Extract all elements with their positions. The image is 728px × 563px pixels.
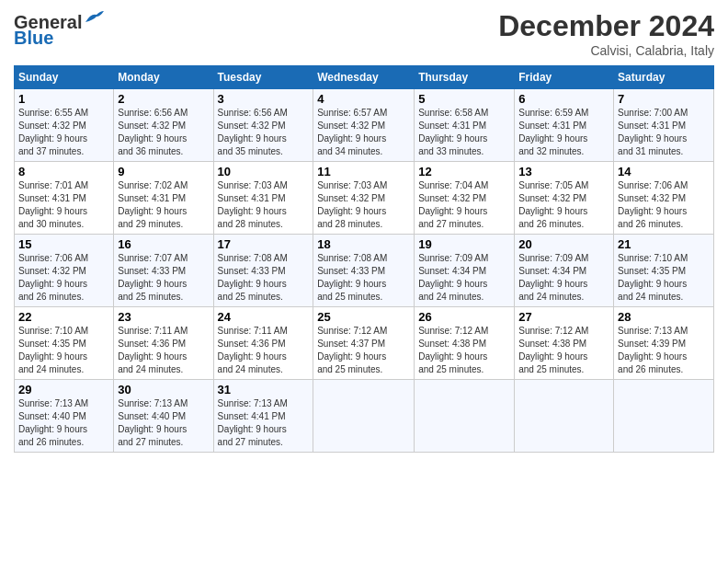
calendar-cell: 15Sunrise: 7:06 AM Sunset: 4:32 PM Dayli… — [15, 235, 114, 307]
day-info: Sunrise: 6:57 AM Sunset: 4:32 PM Dayligh… — [317, 107, 410, 158]
day-info: Sunrise: 6:59 AM Sunset: 4:31 PM Dayligh… — [518, 107, 609, 158]
day-info: Sunrise: 7:10 AM Sunset: 4:35 PM Dayligh… — [618, 252, 710, 304]
calendar-cell: 4Sunrise: 6:57 AM Sunset: 4:32 PM Daylig… — [313, 89, 415, 162]
day-info: Sunrise: 7:02 AM Sunset: 4:31 PM Dayligh… — [118, 179, 209, 231]
calendar-cell: 11Sunrise: 7:03 AM Sunset: 4:32 PM Dayli… — [313, 162, 415, 235]
calendar-week-row: 8Sunrise: 7:01 AM Sunset: 4:31 PM Daylig… — [15, 162, 714, 235]
day-info: Sunrise: 7:11 AM Sunset: 4:36 PM Dayligh… — [118, 325, 209, 376]
day-number: 7 — [618, 92, 710, 106]
calendar-cell: 10Sunrise: 7:03 AM Sunset: 4:31 PM Dayli… — [213, 162, 313, 235]
location-subtitle: Calvisi, Calabria, Italy — [498, 43, 714, 58]
day-number: 10 — [218, 165, 310, 178]
calendar-cell: 13Sunrise: 7:05 AM Sunset: 4:32 PM Dayli… — [515, 162, 614, 235]
day-info: Sunrise: 7:05 AM Sunset: 4:32 PM Dayligh… — [518, 179, 609, 231]
calendar-cell: 26Sunrise: 7:12 AM Sunset: 4:38 PM Dayli… — [415, 307, 515, 380]
month-title: December 2024 — [498, 9, 714, 43]
day-info: Sunrise: 7:06 AM Sunset: 4:32 PM Dayligh… — [18, 252, 109, 304]
day-number: 9 — [118, 165, 209, 178]
day-info: Sunrise: 7:13 AM Sunset: 4:40 PM Dayligh… — [18, 397, 109, 449]
day-info: Sunrise: 7:04 AM Sunset: 4:32 PM Dayligh… — [418, 179, 510, 231]
day-info: Sunrise: 7:11 AM Sunset: 4:36 PM Dayligh… — [218, 325, 310, 376]
calendar-cell: 29Sunrise: 7:13 AM Sunset: 4:40 PM Dayli… — [15, 380, 114, 453]
calendar-cell: 27Sunrise: 7:12 AM Sunset: 4:38 PM Dayli… — [515, 307, 614, 380]
day-info: Sunrise: 7:08 AM Sunset: 4:33 PM Dayligh… — [218, 252, 310, 304]
calendar-body: 1Sunrise: 6:55 AM Sunset: 4:32 PM Daylig… — [15, 89, 714, 453]
day-info: Sunrise: 6:56 AM Sunset: 4:32 PM Dayligh… — [118, 107, 209, 158]
day-number: 6 — [518, 92, 609, 106]
day-number: 26 — [418, 310, 510, 324]
day-number: 22 — [18, 310, 109, 324]
day-number: 21 — [618, 237, 710, 251]
day-number: 19 — [418, 237, 510, 251]
logo-blue: Blue — [14, 28, 53, 49]
day-info: Sunrise: 7:13 AM Sunset: 4:40 PM Dayligh… — [118, 397, 209, 449]
calendar-cell: 16Sunrise: 7:07 AM Sunset: 4:33 PM Dayli… — [114, 235, 213, 307]
calendar-cell — [313, 380, 415, 453]
calendar-cell — [515, 380, 614, 453]
title-block: December 2024 Calvisi, Calabria, Italy — [498, 9, 714, 58]
day-number: 23 — [118, 310, 209, 324]
day-info: Sunrise: 7:09 AM Sunset: 4:34 PM Dayligh… — [418, 252, 510, 304]
calendar-cell: 30Sunrise: 7:13 AM Sunset: 4:40 PM Dayli… — [114, 380, 213, 453]
calendar-cell: 17Sunrise: 7:08 AM Sunset: 4:33 PM Dayli… — [213, 235, 313, 307]
day-info: Sunrise: 7:03 AM Sunset: 4:32 PM Dayligh… — [317, 179, 410, 231]
calendar-cell: 3Sunrise: 6:56 AM Sunset: 4:32 PM Daylig… — [213, 89, 313, 162]
day-info: Sunrise: 7:07 AM Sunset: 4:33 PM Dayligh… — [118, 252, 209, 304]
day-info: Sunrise: 7:12 AM Sunset: 4:38 PM Dayligh… — [418, 325, 510, 376]
calendar-cell: 28Sunrise: 7:13 AM Sunset: 4:39 PM Dayli… — [614, 307, 714, 380]
day-info: Sunrise: 7:01 AM Sunset: 4:31 PM Dayligh… — [18, 179, 109, 231]
day-number: 30 — [118, 383, 209, 396]
calendar-cell: 6Sunrise: 6:59 AM Sunset: 4:31 PM Daylig… — [515, 89, 614, 162]
day-info: Sunrise: 7:12 AM Sunset: 4:37 PM Dayligh… — [317, 325, 410, 376]
day-number: 5 — [418, 92, 510, 106]
day-info: Sunrise: 7:13 AM Sunset: 4:41 PM Dayligh… — [218, 397, 310, 449]
day-number: 11 — [317, 165, 410, 178]
day-number: 8 — [18, 165, 109, 178]
day-info: Sunrise: 6:55 AM Sunset: 4:32 PM Dayligh… — [18, 107, 109, 158]
calendar-table: SundayMondayTuesdayWednesdayThursdayFrid… — [14, 65, 714, 453]
calendar-cell: 25Sunrise: 7:12 AM Sunset: 4:37 PM Dayli… — [313, 307, 415, 380]
calendar-cell: 19Sunrise: 7:09 AM Sunset: 4:34 PM Dayli… — [415, 235, 515, 307]
calendar-cell: 8Sunrise: 7:01 AM Sunset: 4:31 PM Daylig… — [15, 162, 114, 235]
day-info: Sunrise: 7:06 AM Sunset: 4:32 PM Dayligh… — [618, 179, 710, 231]
day-number: 28 — [618, 310, 710, 324]
calendar-header-tuesday: Tuesday — [213, 66, 313, 89]
day-info: Sunrise: 7:00 AM Sunset: 4:31 PM Dayligh… — [618, 107, 710, 158]
calendar-cell: 18Sunrise: 7:08 AM Sunset: 4:33 PM Dayli… — [313, 235, 415, 307]
day-info: Sunrise: 7:09 AM Sunset: 4:34 PM Dayligh… — [518, 252, 609, 304]
calendar-cell — [415, 380, 515, 453]
calendar-cell: 23Sunrise: 7:11 AM Sunset: 4:36 PM Dayli… — [114, 307, 213, 380]
day-info: Sunrise: 7:13 AM Sunset: 4:39 PM Dayligh… — [618, 325, 710, 376]
calendar-header-sunday: Sunday — [15, 66, 114, 89]
calendar-week-row: 22Sunrise: 7:10 AM Sunset: 4:35 PM Dayli… — [15, 307, 714, 380]
calendar-header-wednesday: Wednesday — [313, 66, 415, 89]
calendar-cell: 2Sunrise: 6:56 AM Sunset: 4:32 PM Daylig… — [114, 89, 213, 162]
calendar-cell: 31Sunrise: 7:13 AM Sunset: 4:41 PM Dayli… — [213, 380, 313, 453]
calendar-cell: 24Sunrise: 7:11 AM Sunset: 4:36 PM Dayli… — [213, 307, 313, 380]
day-number: 2 — [118, 92, 209, 106]
day-number: 17 — [218, 237, 310, 251]
page-header: General Blue December 2024 Calvisi, Cala… — [14, 9, 714, 58]
calendar-cell: 14Sunrise: 7:06 AM Sunset: 4:32 PM Dayli… — [614, 162, 714, 235]
day-number: 14 — [618, 165, 710, 178]
calendar-cell: 12Sunrise: 7:04 AM Sunset: 4:32 PM Dayli… — [415, 162, 515, 235]
day-info: Sunrise: 7:08 AM Sunset: 4:33 PM Dayligh… — [317, 252, 410, 304]
day-info: Sunrise: 7:12 AM Sunset: 4:38 PM Dayligh… — [518, 325, 609, 376]
day-number: 25 — [317, 310, 410, 324]
day-number: 18 — [317, 237, 410, 251]
logo-bird-icon — [84, 9, 104, 26]
calendar-cell: 5Sunrise: 6:58 AM Sunset: 4:31 PM Daylig… — [415, 89, 515, 162]
calendar-cell: 9Sunrise: 7:02 AM Sunset: 4:31 PM Daylig… — [114, 162, 213, 235]
calendar-week-row: 29Sunrise: 7:13 AM Sunset: 4:40 PM Dayli… — [15, 380, 714, 453]
day-info: Sunrise: 6:58 AM Sunset: 4:31 PM Dayligh… — [418, 107, 510, 158]
calendar-cell: 7Sunrise: 7:00 AM Sunset: 4:31 PM Daylig… — [614, 89, 714, 162]
calendar-cell: 1Sunrise: 6:55 AM Sunset: 4:32 PM Daylig… — [15, 89, 114, 162]
calendar-week-row: 15Sunrise: 7:06 AM Sunset: 4:32 PM Dayli… — [15, 235, 714, 307]
day-info: Sunrise: 6:56 AM Sunset: 4:32 PM Dayligh… — [218, 107, 310, 158]
day-number: 20 — [518, 237, 609, 251]
day-number: 13 — [518, 165, 609, 178]
calendar-week-row: 1Sunrise: 6:55 AM Sunset: 4:32 PM Daylig… — [15, 89, 714, 162]
day-info: Sunrise: 7:03 AM Sunset: 4:31 PM Dayligh… — [218, 179, 310, 231]
day-number: 3 — [218, 92, 310, 106]
calendar-header-saturday: Saturday — [614, 66, 714, 89]
